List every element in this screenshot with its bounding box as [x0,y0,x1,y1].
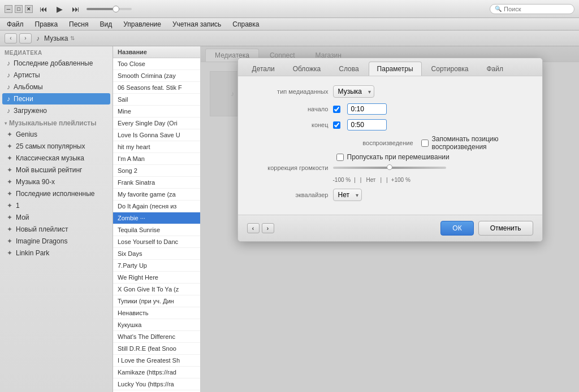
menu-view[interactable]: Вид [98,19,115,29]
end-time-checkbox[interactable] [333,121,340,129]
sidebar-item-albums[interactable]: ♪ Альбомы [2,81,110,93]
toprated-icon: ✦ [7,166,12,174]
library-section-header: Медиатека [0,46,113,57]
dialog-tab-details[interactable]: Детали [244,62,283,76]
list-item[interactable]: What's The Differenc [113,331,200,343]
menu-account[interactable]: Учетная запись [170,19,223,29]
ok-button[interactable]: ОК [440,221,473,236]
sidebar-item-moy[interactable]: ✦ Мой [2,212,110,223]
end-time-input[interactable] [347,119,387,130]
dialog-next-button[interactable]: › [262,223,274,233]
list-item[interactable]: Smooth Crimina (zay [113,70,200,82]
list-item[interactable]: Song 2 [113,165,200,177]
tick4: | [386,177,388,183]
sidebar-item-recent[interactable]: ♪ Последние добавленные [2,58,110,69]
remember-position-label: Запоминать позицию воспроизведения [432,135,531,151]
maximize-button[interactable]: □ [15,5,23,13]
media-type-select-wrapper: Музыка [333,85,374,98]
tick3: | [380,177,382,183]
sidebar-item-new-playlist[interactable]: ✦ Новый плейлист [2,224,110,235]
list-item[interactable]: hit my heart [113,141,200,153]
dialog-tab-params[interactable]: Параметры [369,62,422,76]
start-time-checkbox[interactable] [333,106,340,113]
menu-song[interactable]: Песня [67,19,90,29]
list-item[interactable]: Кукушка [113,319,200,331]
list-item[interactable]: Kamikaze (https://rad [113,367,200,378]
sidebar-item-songs[interactable]: ♪ Песни [2,93,110,104]
dialog-prev-button[interactable]: ‹ [247,223,260,233]
media-type-select[interactable]: Музыка [333,85,374,98]
play-button[interactable]: ▶ [54,3,65,15]
menu-controls[interactable]: Управление [121,19,163,29]
sidebar-label-classical: Классическая музыка [16,154,84,162]
sidebar-item-downloaded[interactable]: ♪ Загружено [2,105,110,116]
menu-help[interactable]: Справка [230,19,261,29]
list-item[interactable]: Ненависть [113,307,200,319]
list-item[interactable]: We Right Here [113,272,200,284]
minimize-button[interactable]: ─ [5,5,12,13]
song-list: Название Too Close Smooth Crimina (zay 0… [113,46,201,392]
list-item[interactable]: 06 Seasons feat. Stik F [113,82,200,94]
sidebar-item-artists[interactable]: ♪ Артисты [2,69,110,81]
list-item[interactable]: Too Close [113,58,200,70]
sidebar-item-top25[interactable]: ✦ 25 самых популярных [2,141,110,152]
sidebar-item-toprated[interactable]: ✦ Мой высший рейтинг [2,164,110,176]
sidebar-item-genius[interactable]: ✦ Genius [2,129,110,140]
list-item[interactable]: Love Is Gonna Save U [113,129,200,141]
list-item[interactable]: I'm A Man [113,153,200,165]
list-item[interactable]: My favorite game (za [113,189,200,201]
list-item[interactable]: Mine [113,106,200,117]
search-input[interactable] [504,6,569,12]
sidebar-label-recent-played: Последние исполненные [16,190,95,198]
list-item[interactable]: I Love the Greatest Sh [113,355,200,367]
sidebar-item-90s[interactable]: ✦ Музыка 90-х [2,176,110,188]
sidebar-item-classical[interactable]: ✦ Классическая музыка [2,153,110,164]
dialog-tab-sort[interactable]: Сортировка [423,62,477,76]
list-item[interactable]: Frank Sinatra [113,177,200,189]
forward-button[interactable]: ⏭ [70,3,82,15]
list-item[interactable]: 7.Party Up [113,260,200,272]
songs-icon: ♪ [7,95,10,103]
volume-track[interactable] [333,167,446,169]
dialog-tab-file[interactable]: Файл [478,62,512,76]
sidebar-item-1[interactable]: ✦ 1 [2,200,110,211]
start-time-input[interactable] [347,103,387,115]
search-box[interactable]: 🔍 [490,4,574,14]
list-item[interactable]: Tequila Sunrise [113,224,200,236]
menu-edit[interactable]: Правка [33,19,61,29]
top25-icon: ✦ [7,142,12,150]
search-icon: 🔍 [495,6,502,12]
title-bar-right: 🔍 [490,4,574,14]
list-item[interactable]: Do It Again (песня из [113,201,200,212]
sidebar-item-linkin[interactable]: ✦ Linkin Park [2,247,110,259]
volume-thumb[interactable] [113,6,119,12]
close-button[interactable]: ✕ [25,5,33,13]
nav-back-button[interactable]: ‹ [5,33,17,43]
volume-correction-row: коррекция громкости [249,164,531,171]
remember-position-checkbox[interactable] [421,140,429,147]
eq-select[interactable]: Нет [333,189,362,201]
dialog-tab-artwork[interactable]: Обложка [284,62,330,76]
list-item[interactable]: X Gon Give It To Ya (z [113,284,200,295]
list-item[interactable]: Lose Yourself to Danc [113,236,200,248]
list-item[interactable]: Тупики (при уч. Дин [113,295,200,307]
list-item[interactable]: Sail [113,94,200,106]
menu-file[interactable]: Файл [5,19,26,29]
list-item-active[interactable]: Zombie ··· [113,212,200,224]
rewind-button[interactable]: ⏮ [37,3,50,15]
dialog-tab-lyrics[interactable]: Слова [330,62,367,76]
list-item[interactable]: Lucky You (https://ra [113,378,200,390]
imagine-icon: ✦ [7,237,12,245]
sidebar-label-new-playlist: Новый плейлист [16,225,68,233]
cancel-button[interactable]: Отменить [478,221,533,236]
skip-shuffle-checkbox[interactable] [336,154,344,161]
list-item[interactable]: Still D.R.E (feat Snoo [113,343,200,355]
volume-slider[interactable] [87,8,132,10]
nav-forward-button[interactable]: › [19,33,32,43]
nav-bar: ‹ › ♪ Музыка ⇅ [0,31,579,46]
sidebar-item-imagine[interactable]: ✦ Imagine Dragons [2,236,110,247]
list-item[interactable]: Six Days [113,248,200,260]
list-item[interactable]: Every Single Day (Ori [113,117,200,129]
sidebar-item-recent-played[interactable]: ✦ Последние исполненные [2,188,110,199]
sidebar-label-linkin: Linkin Park [16,249,49,257]
